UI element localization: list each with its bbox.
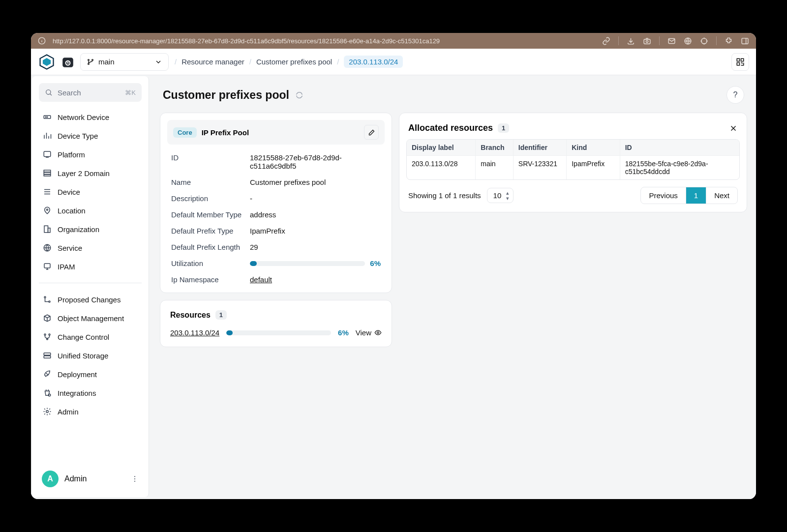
- field-label: ID: [171, 153, 250, 170]
- resources-count: 1: [215, 310, 227, 320]
- sidebar-item-device-type[interactable]: Device Type: [37, 127, 144, 144]
- field-label: Description: [171, 194, 250, 203]
- table-header: Display label Branch Identifier Kind ID: [407, 140, 739, 155]
- extension-icon[interactable]: [725, 37, 733, 45]
- sidebar-item-label: Location: [58, 207, 86, 215]
- sidebar-item-change-control[interactable]: Change Control: [37, 328, 144, 345]
- svg-point-39: [134, 476, 135, 477]
- pagination: Previous 1 Next: [640, 187, 738, 204]
- sidebar-item-device[interactable]: Device: [37, 183, 144, 200]
- edit-button[interactable]: [364, 125, 379, 140]
- svg-point-42: [377, 332, 379, 334]
- sidebar-item-label: Admin: [58, 408, 79, 416]
- crumb-pool[interactable]: Customer prefixes pool: [256, 58, 332, 66]
- sidebar-item-organization[interactable]: Organization: [37, 221, 144, 237]
- globe-icon[interactable]: [684, 37, 692, 45]
- sidebar-item-label: Integrations: [58, 389, 96, 397]
- prev-button[interactable]: Previous: [641, 187, 686, 204]
- svg-rect-35: [44, 353, 51, 355]
- field-label: Name: [171, 178, 250, 186]
- svg-rect-1: [644, 39, 650, 43]
- sidebar-item-location[interactable]: Location: [37, 202, 144, 219]
- svg-rect-23: [44, 173, 51, 175]
- branch-selector[interactable]: main: [80, 53, 169, 71]
- page-size-select[interactable]: 10 ▴▾: [487, 188, 514, 203]
- svg-point-13: [88, 63, 90, 64]
- sidebar-item-layer2[interactable]: Layer 2 Domain: [37, 165, 144, 181]
- sidebar-item-label: Service: [58, 244, 82, 252]
- sidebar-item-ipam[interactable]: IPAM: [37, 258, 144, 275]
- table-row[interactable]: 203.0.113.0/28 main SRV-123321 IpamPrefi…: [407, 155, 739, 179]
- resource-bar: [226, 330, 331, 335]
- sidebar-item-platform[interactable]: Platform: [37, 146, 144, 163]
- utilization-bar: [250, 261, 365, 266]
- close-icon[interactable]: [729, 124, 738, 133]
- sidebar-item-label: Change Control: [58, 333, 109, 341]
- cell-identifier: SRV-123321: [514, 156, 567, 179]
- panel-icon[interactable]: [741, 37, 749, 45]
- field-namespace: default: [250, 275, 381, 284]
- svg-point-19: [45, 117, 46, 118]
- sidebar-item-integrations[interactable]: Integrations: [37, 384, 144, 401]
- sidebar-item-proposed-changes[interactable]: Proposed Changes: [37, 291, 144, 308]
- field-label: Ip Namespace: [171, 275, 250, 284]
- branch-icon: [87, 58, 94, 66]
- sidebar-item-label: IPAM: [58, 263, 75, 271]
- eye-icon: [374, 329, 382, 336]
- field-label: Default Prefix Type: [171, 227, 250, 235]
- field-label: Default Prefix Length: [171, 243, 250, 251]
- target-icon[interactable]: [700, 37, 708, 45]
- svg-rect-36: [44, 356, 51, 358]
- page-title: Customer prefixes pool: [163, 89, 289, 102]
- cell-branch: main: [476, 156, 514, 179]
- refresh-icon[interactable]: [295, 91, 303, 99]
- field-utilization: 6%: [250, 259, 381, 267]
- col-id: ID: [620, 140, 739, 155]
- sidebar-item-admin[interactable]: Admin: [37, 403, 144, 420]
- svg-point-11: [88, 59, 90, 60]
- svg-point-38: [46, 411, 49, 413]
- crumb-resource-manager[interactable]: Resource manager: [182, 58, 244, 66]
- svg-point-17: [46, 90, 51, 94]
- svg-rect-26: [44, 226, 48, 233]
- resource-link[interactable]: 203.0.113.0/24: [170, 328, 219, 337]
- qr-icon[interactable]: [731, 53, 749, 71]
- calendar-icon[interactable]: [61, 56, 74, 68]
- sidebar-item-object-mgmt[interactable]: Object Management: [37, 310, 144, 326]
- next-button[interactable]: Next: [706, 187, 737, 204]
- download-icon[interactable]: [627, 37, 635, 45]
- help-button[interactable]: ?: [726, 86, 744, 104]
- allocated-title: Allocated resources: [408, 123, 493, 133]
- sidebar-item-label: Deployment: [58, 370, 97, 379]
- sidebar-item-service[interactable]: Service: [37, 239, 144, 256]
- sidebar-item-network-device[interactable]: Network Device: [37, 109, 144, 125]
- more-icon[interactable]: [131, 475, 139, 483]
- table-footer: Showing 1 of 1 results 10 ▴▾ Previous 1 …: [406, 180, 740, 205]
- search-input[interactable]: Search ⌘K: [39, 83, 142, 102]
- resource-view[interactable]: View: [356, 328, 382, 337]
- header: main / Resource manager / Customer prefi…: [31, 49, 756, 75]
- sidebar-item-label: Proposed Changes: [58, 296, 121, 304]
- camera-icon[interactable]: [643, 37, 651, 45]
- svg-point-12: [92, 59, 93, 60]
- sidebar-item-unified-storage[interactable]: Unified Storage: [37, 347, 144, 364]
- svg-point-40: [134, 478, 135, 479]
- app-logo-icon[interactable]: [38, 53, 56, 71]
- core-chip: Core: [173, 127, 197, 138]
- page-1[interactable]: 1: [686, 187, 706, 204]
- search-placeholder: Search: [58, 89, 81, 97]
- mail-icon[interactable]: [667, 37, 676, 45]
- namespace-link[interactable]: default: [250, 275, 272, 284]
- pencil-icon: [368, 129, 375, 136]
- svg-rect-14: [737, 59, 739, 61]
- field-name: Customer prefixes pool: [250, 178, 381, 186]
- link-icon[interactable]: [602, 37, 610, 45]
- sidebar-user[interactable]: A Admin: [36, 466, 145, 492]
- cell-kind: IpamPrefix: [567, 156, 620, 179]
- url: http://127.0.0.1:8000/resource-manager/1…: [53, 37, 440, 45]
- svg-point-33: [49, 334, 50, 335]
- field-default-prefix-type: IpamPrefix: [250, 227, 381, 235]
- sidebar-item-deployment[interactable]: Deployment: [37, 366, 144, 383]
- sidebar-item-label: Platform: [58, 150, 85, 159]
- resource-pct: 6%: [338, 328, 349, 337]
